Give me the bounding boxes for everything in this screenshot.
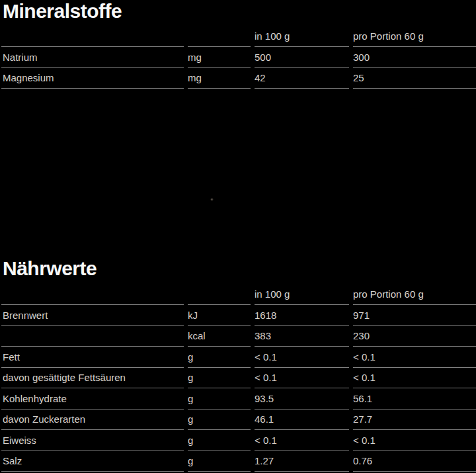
row-value-per100: < 0.1 [255, 347, 349, 368]
section-title-mineralstoffe: Mineralstoffe [3, 0, 476, 22]
row-label: Kohlenhydrate [1, 388, 184, 409]
row-label: Fett [1, 347, 184, 368]
row-value-per100: 500 [255, 47, 349, 68]
row-value-portion: 25 [353, 68, 476, 89]
row-unit: g [188, 388, 251, 409]
row-value-portion: 300 [353, 47, 476, 68]
mineral-header-unit [188, 26, 251, 47]
row-value-portion: < 0.1 [353, 347, 476, 368]
faint-dot [210, 198, 214, 201]
row-unit: mg [188, 68, 251, 89]
row-unit: kcal [188, 326, 251, 347]
nutrition-header-unit [188, 284, 251, 305]
row-unit: mg [188, 47, 251, 68]
naehrwerte-table: in 100 g pro Portion 60 g Brennwert kJ 1… [1, 284, 476, 472]
row-label: Salz [1, 451, 184, 472]
row-value-per100: < 0.1 [255, 368, 349, 389]
row-unit: g [188, 368, 251, 389]
row-label: davon gesättigte Fettsäuren [1, 368, 184, 389]
row-value-per100: < 0.1 [255, 430, 349, 451]
row-value-per100: 46.1 [255, 409, 349, 431]
row-unit: g [188, 451, 251, 472]
row-value-portion: < 0.1 [353, 368, 476, 389]
row-value-portion: 971 [353, 305, 476, 326]
mineral-header-portion: pro Portion 60 g [353, 26, 476, 47]
row-value-per100: 1618 [255, 305, 349, 326]
row-label: Magnesium [1, 68, 184, 89]
row-value-portion: < 0.1 [353, 430, 476, 451]
row-value-portion: 230 [353, 326, 476, 347]
row-label [1, 326, 184, 347]
row-label: Natrium [1, 47, 184, 68]
mineral-header-per100: in 100 g [255, 26, 349, 47]
row-value-per100: 1.27 [255, 451, 349, 472]
nutrition-panel: Mineralstoffe in 100 g pro Portion 60 g … [0, 0, 476, 472]
mineralstoffe-table: in 100 g pro Portion 60 g Natrium mg 500… [1, 26, 476, 89]
row-value-per100: 93.5 [255, 388, 349, 409]
row-label: Eiweiss [1, 430, 184, 451]
mineral-header-name [1, 26, 184, 47]
row-value-portion: 0.76 [353, 451, 476, 472]
row-value-per100: 42 [255, 68, 349, 89]
nutrition-header-per100: in 100 g [255, 284, 349, 305]
row-value-per100: 383 [255, 326, 349, 347]
nutrition-header-portion: pro Portion 60 g [353, 284, 476, 305]
section-title-naehrwerte: Nährwerte [3, 257, 476, 280]
row-unit: kJ [188, 305, 251, 326]
row-unit: g [188, 347, 251, 368]
row-unit: g [188, 409, 251, 431]
row-unit: g [188, 430, 251, 451]
nutrition-header-name [1, 284, 184, 305]
row-label: Brennwert [1, 305, 184, 326]
row-label: davon Zuckerarten [1, 409, 184, 431]
row-value-portion: 56.1 [353, 388, 476, 409]
row-value-portion: 27.7 [353, 409, 476, 431]
